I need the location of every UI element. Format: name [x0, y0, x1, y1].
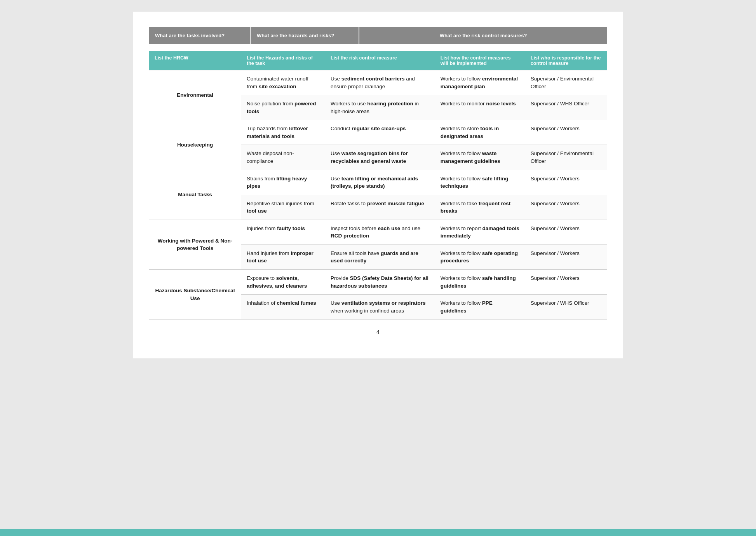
hazard-cell: Injuries from faulty tools	[241, 220, 325, 244]
hazard-cell: Exposure to solvents, adhesives, and cle…	[241, 270, 325, 295]
task-cell: Environmental	[149, 70, 241, 120]
page-number: 4	[149, 329, 607, 335]
responsible-cell: Supervisor / WHS Officer	[525, 295, 607, 320]
implementation-cell: Workers to follow PPE guidelines	[435, 295, 525, 320]
top-header: What are the tasks involved? What are th…	[149, 27, 607, 44]
page-container: What are the tasks involved? What are th…	[133, 12, 623, 358]
responsible-cell: Supervisor / Workers	[525, 195, 607, 220]
implementation-cell: Workers to take frequent rest breaks	[435, 195, 525, 220]
control-cell: Inspect tools before each use and use RC…	[325, 220, 435, 244]
hazard-cell: Hand injuries from improper tool use	[241, 244, 325, 269]
task-cell: Working with Powered & Non-powered Tools	[149, 220, 241, 269]
task-cell: Housekeeping	[149, 120, 241, 170]
implementation-cell: Workers to follow safe handling guidelin…	[435, 270, 525, 295]
table-row: EnvironmentalContaminated water runoff f…	[149, 70, 607, 95]
responsible-cell: Supervisor / Workers	[525, 120, 607, 145]
sub-header-row: List the HRCW List the Hazards and risks…	[149, 51, 607, 70]
top-header-tasks: What are the tasks involved?	[149, 27, 250, 44]
responsible-cell: Supervisor / Environmental Officer	[525, 145, 607, 170]
implementation-cell: Workers to store tools in designated are…	[435, 120, 525, 145]
sub-header-responsible: List who is responsible for the control …	[525, 51, 607, 70]
implementation-cell: Workers to follow environmental manageme…	[435, 70, 525, 95]
implementation-cell: Workers to report damaged tools immediat…	[435, 220, 525, 244]
sub-header-hrcw: List the HRCW	[149, 51, 241, 70]
hazard-cell: Contaminated water runoff from site exca…	[241, 70, 325, 95]
top-header-controls: What are the risk control measures?	[359, 27, 607, 44]
hazard-cell: Repetitive strain injuries from tool use	[241, 195, 325, 220]
sub-header-control: List the risk control measure	[325, 51, 435, 70]
responsible-cell: Supervisor / Workers	[525, 270, 607, 295]
implementation-cell: Workers to follow safe lifting technique…	[435, 170, 525, 195]
sub-header-hazards: List the Hazards and risks of the task	[241, 51, 325, 70]
task-cell: Manual Tasks	[149, 170, 241, 220]
table-row: Working with Powered & Non-powered Tools…	[149, 220, 607, 244]
risk-table: List the HRCW List the Hazards and risks…	[149, 51, 607, 320]
control-cell: Use sediment control barriers and ensure…	[325, 70, 435, 95]
control-cell: Provide SDS (Safety Data Sheets) for all…	[325, 270, 435, 295]
responsible-cell: Supervisor / WHS Officer	[525, 95, 607, 120]
control-cell: Workers to use hearing protection in hig…	[325, 95, 435, 120]
table-row: Manual TasksStrains from lifting heavy p…	[149, 170, 607, 195]
responsible-cell: Supervisor / Environmental Officer	[525, 70, 607, 95]
hazard-cell: Trip hazards from leftover materials and…	[241, 120, 325, 145]
implementation-cell: Workers to monitor noise levels	[435, 95, 525, 120]
control-cell: Use ventilation systems or respirators w…	[325, 295, 435, 320]
implementation-cell: Workers to follow waste management guide…	[435, 145, 525, 170]
responsible-cell: Supervisor / Workers	[525, 220, 607, 244]
sub-header-implementation: List how the control measures will be im…	[435, 51, 525, 70]
hazard-cell: Noise pollution from powered tools	[241, 95, 325, 120]
control-cell: Conduct regular site clean-ups	[325, 120, 435, 145]
task-cell: Hazardous Substance/Chemical Use	[149, 270, 241, 320]
table-row: HousekeepingTrip hazards from leftover m…	[149, 120, 607, 145]
bottom-bar	[0, 529, 756, 536]
top-header-hazards: What are the hazards and risks?	[250, 27, 359, 44]
implementation-cell: Workers to follow safe operating procedu…	[435, 244, 525, 269]
control-cell: Use team lifting or mechanical aids (tro…	[325, 170, 435, 195]
control-cell: Ensure all tools have guards and are use…	[325, 244, 435, 269]
table-row: Hazardous Substance/Chemical UseExposure…	[149, 270, 607, 295]
responsible-cell: Supervisor / Workers	[525, 244, 607, 269]
hazard-cell: Inhalation of chemical fumes	[241, 295, 325, 320]
responsible-cell: Supervisor / Workers	[525, 170, 607, 195]
hazard-cell: Waste disposal non-compliance	[241, 145, 325, 170]
control-cell: Use waste segregation bins for recyclabl…	[325, 145, 435, 170]
hazard-cell: Strains from lifting heavy pipes	[241, 170, 325, 195]
control-cell: Rotate tasks to prevent muscle fatigue	[325, 195, 435, 220]
